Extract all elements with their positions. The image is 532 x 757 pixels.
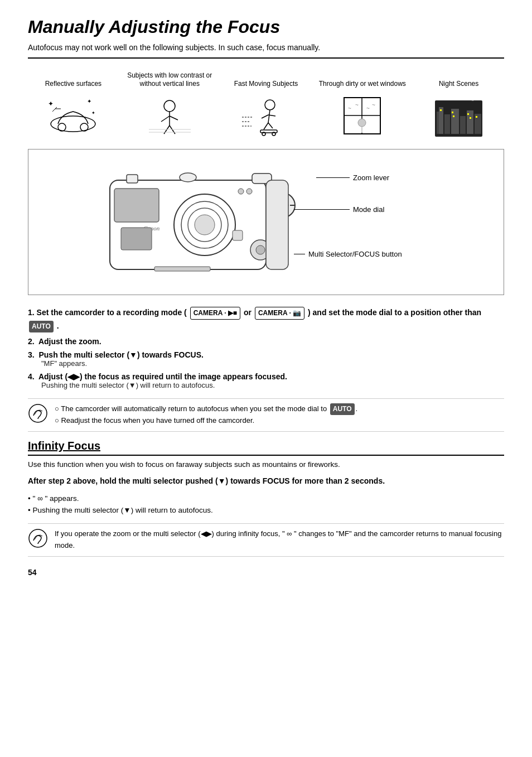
callout-zoom-lever-label: Zoom lever [353,173,389,182]
svg-rect-45 [440,109,442,111]
subject-low-contrast-illustration [142,93,197,138]
infinity-intro: Use this function when you wish to focus… [28,460,504,469]
svg-point-58 [195,215,215,235]
svg-text:✦: ✦ [91,110,95,115]
camera-badge-photo: CAMERA · 📷 [255,307,304,320]
svg-line-17 [268,110,270,123]
svg-rect-50 [476,116,477,118]
subject-fast-moving-illustration [238,93,294,138]
svg-text:★: ★ [463,96,466,100]
infinity-bullet-1: " ∞ " appears. [28,493,504,505]
step-3-sub: "MF" appears. [41,359,504,368]
subject-reflective-label: Reflective surfaces [45,69,101,89]
page-title: Manually Adjusting the Focus [28,17,504,37]
auto-badge: AUTO [29,321,54,332]
subject-fast-moving: Fast Moving Subjects [221,69,312,138]
svg-point-70 [256,245,265,254]
svg-rect-59 [114,189,159,222]
svg-rect-40 [444,114,450,134]
svg-text:~: ~ [372,102,375,108]
svg-point-8 [164,100,175,112]
note-1: The camcorder will automatically return … [55,403,357,415]
infinity-note-content: If you operate the zoom or the multi sel… [55,528,504,552]
subject-fast-moving-label: Fast Moving Subjects [234,69,298,89]
svg-point-16 [265,100,275,110]
camera-badge-video: CAMERA · ▶■ [190,307,240,320]
infinity-note-text: If you operate the zoom or the multi sel… [55,529,501,549]
notes-box: The camcorder will automatically return … [28,398,504,432]
camera-diagram-box: Canon Zoom lever Mo [28,149,504,295]
step-3-title: 3. Push the multi selector (▼) towards F… [28,350,504,359]
svg-text:★: ★ [454,97,458,102]
subject-dirty-windows: Through dirty or wet windows ~ ~ ~ ~ [317,69,408,138]
subject-dirty-windows-label: Through dirty or wet windows [319,69,406,89]
svg-text:~: ~ [355,102,359,108]
svg-rect-60 [127,175,138,183]
svg-rect-49 [470,117,471,119]
callout-multi-selector-label: Multi Selector/FOCUS button [308,250,402,258]
svg-line-20 [264,123,268,129]
svg-rect-44 [475,114,481,134]
step-1-or: or [244,308,254,317]
infinity-title: Infinity Focus [28,440,504,456]
svg-rect-39 [439,107,443,134]
step-1-text: Set the camcorder to a recording mode ( [37,308,187,317]
subject-reflective: Reflective surfaces ✦ ✦ ✦ [28,69,119,138]
infinity-note-icon [28,528,48,548]
svg-point-35 [358,119,366,127]
infinity-bullet-2: Pushing the multi selector (▼) will retu… [28,504,504,517]
subject-reflective-illustration: ✦ ✦ ✦ [45,93,101,138]
subject-night-scenes: Night Scenes ★ [413,69,504,138]
svg-rect-46 [452,112,453,113]
infinity-instruction: After step 2 above, hold the multi selec… [28,475,504,487]
svg-line-18 [262,115,268,118]
svg-point-1 [58,123,66,131]
svg-text:~: ~ [348,105,351,112]
callout-zoom-lever: Zoom lever [316,173,389,182]
step-2-title: 2. Adjust the zoom. [28,337,504,346]
note-content: The camcorder will automatically return … [55,403,357,427]
intro-text: Autofocus may not work well on the follo… [28,43,504,59]
steps-section: 1. Set the camcorder to a recording mode… [28,306,504,389]
page-number: 54 [28,568,504,577]
svg-point-74 [246,189,252,194]
svg-point-61 [180,173,196,182]
svg-line-11 [170,116,178,120]
svg-rect-75 [121,228,152,250]
step-1: 1. Set the camcorder to a recording mode… [28,306,504,332]
subjects-row: Reflective surfaces ✦ ✦ ✦ Subjects with … [28,69,504,138]
step-1-title: 1. Set the camcorder to a recording mode… [28,306,504,332]
svg-rect-48 [467,113,469,115]
step-3: 3. Push the multi selector (▼) towards F… [28,350,504,368]
note-2: Readjust the focus when you have turned … [55,415,357,427]
step-1-end: ) and set the mode dial to a position ot… [308,308,481,317]
callout-mode-dial: Mode dial [294,205,384,214]
svg-rect-42 [460,116,466,134]
svg-rect-47 [453,115,454,117]
svg-text:✦: ✦ [87,98,91,104]
svg-point-73 [238,189,244,194]
camera-diagram-inner: Canon Zoom lever Mo [40,158,492,286]
svg-rect-76 [154,267,210,271]
callout-mode-dial-label: Mode dial [353,205,384,214]
svg-rect-71 [266,180,288,269]
infinity-note-box: If you operate the zoom or the multi sel… [28,523,504,557]
svg-rect-77 [233,230,243,240]
subject-night-scenes-illustration: ★ ★ ★ [431,93,487,138]
svg-line-6 [52,107,57,112]
step-4-sub: Pushing the multi selector (▼) will retu… [41,381,504,389]
svg-point-78 [29,404,47,422]
subject-night-scenes-label: Night Scenes [439,69,478,89]
step-4: 4. Adjust (◀▶) the focus as required unt… [28,372,504,389]
infinity-section: Infinity Focus Use this function when yo… [28,440,504,557]
svg-line-10 [161,116,170,122]
svg-text:✦: ✦ [48,100,54,108]
callout-labels: Zoom lever Mode dial Multi Selector/FOCU… [294,158,456,286]
svg-point-2 [80,123,88,131]
note-icon [28,403,48,423]
note-auto-badge: AUTO [330,403,355,415]
step-1-num: 1. [28,308,37,317]
step-2: 2. Adjust the zoom. [28,337,504,346]
svg-point-79 [29,529,47,547]
step-4-title: 4. Adjust (◀▶) the focus as required unt… [28,372,504,381]
